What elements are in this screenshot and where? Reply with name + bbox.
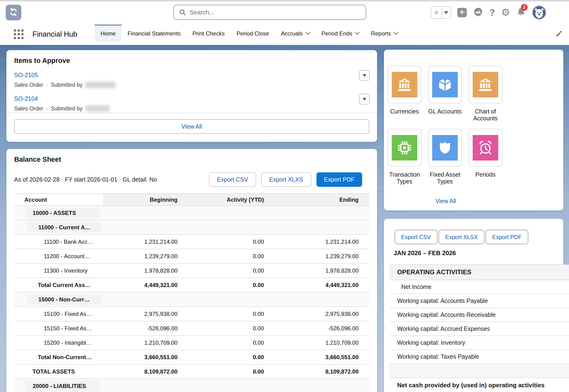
table-header-row: Account Beginning Activity (YTD) Ending [14, 194, 369, 206]
app-navigation-bar: Financial Hub Home Financial Statements … [0, 24, 569, 45]
export-pdf-button[interactable]: Export PDF [316, 172, 362, 187]
approval-item-meta: Sales Order · Submitted by [14, 105, 369, 112]
tile-fixed-asset-types[interactable]: Fixed Asset Types [428, 129, 462, 192]
export-xlxs-button[interactable]: Export XLXS [261, 172, 311, 187]
table-row[interactable]: Total Current Ass…4,449,321.000.004,449,… [14, 278, 369, 292]
table-row[interactable]: 10000 - ASSETS [14, 206, 369, 220]
nav-tabs: Home Financial Statements Print Checks P… [95, 24, 404, 41]
approval-item-meta: Sales Order · Submitted by [14, 82, 369, 88]
cash-flow-table: OPERATING ACTIVITIES Net Income Working … [389, 264, 569, 392]
redacted-submitter-name [85, 82, 116, 88]
tab-period-ends[interactable]: Period Ends [315, 24, 365, 41]
header-utility-icons: ★ ? ⚙ [431, 1, 546, 24]
tab-home[interactable]: Home [95, 24, 122, 41]
global-actions-button[interactable] [457, 8, 467, 17]
list-item[interactable]: Working capital: Inventory [389, 336, 569, 350]
column-header-ending[interactable]: Ending [275, 194, 369, 206]
list-item[interactable]: Net Income [389, 280, 569, 294]
items-to-approve-card: Items to Approve SO-2105 Sales Order · S… [6, 50, 377, 142]
list-item[interactable]: Working capital: Accounts Payable [389, 294, 569, 308]
star-icon[interactable]: ★ [431, 7, 441, 18]
row-actions-button[interactable] [359, 94, 370, 104]
balance-sheet-title: Balance Sheet [14, 155, 369, 163]
table-row[interactable]: 15000 - Non-Curr… [14, 292, 369, 307]
export-xlsx-button[interactable]: Export XLSX [439, 230, 484, 244]
setup-button[interactable]: ⚙ [501, 8, 510, 17]
table-row[interactable]: 11000 - Current A… [14, 220, 369, 235]
account-cell: 10000 - ASSETS [14, 206, 103, 220]
chevron-down-icon [305, 30, 310, 35]
quick-links-view-all[interactable]: View All [435, 198, 456, 204]
page-content: Items to Approve SO-2105 Sales Order · S… [0, 45, 569, 392]
export-csv-button[interactable]: Export CSV [209, 172, 256, 187]
list-item[interactable]: Working capital: Taxes Payable [389, 350, 569, 364]
tab-financial-statements[interactable]: Financial Statements [122, 24, 186, 41]
app-name: Financial Hub [32, 24, 77, 45]
account-cell: 15100 - Fixed As… [14, 307, 103, 321]
table-row[interactable]: 11300 - Inventory1,978,828.000.001,978,8… [14, 263, 369, 278]
app-launcher-icon[interactable] [14, 29, 24, 39]
plus-icon [459, 9, 465, 16]
table-row[interactable]: 20000 - LIABILITIES [14, 379, 369, 392]
table-row[interactable]: TOTAL ASSETS8,109,872.000.008,109,872.00 [14, 364, 369, 379]
account-cell: 11000 - Current A… [14, 220, 103, 235]
export-pdf-button[interactable]: Export PDF [486, 230, 528, 244]
search-input[interactable] [174, 5, 366, 20]
view-all-button[interactable]: View All [14, 119, 369, 134]
approval-record-link[interactable]: SO-2105 [14, 72, 38, 78]
column-header-account[interactable]: Account [14, 194, 103, 206]
approval-record-link[interactable]: SO-2104 [14, 95, 38, 102]
column-header-beginning[interactable]: Beginning [103, 194, 188, 206]
account-cell: 15200 - Intangibl… [14, 336, 103, 350]
account-cell: 11300 - Inventory [14, 263, 103, 278]
table-row[interactable]: Total Non-Current…3,660,551.000.003,660,… [14, 350, 369, 364]
search-icon [179, 9, 186, 16]
tab-reports[interactable]: Reports [365, 24, 404, 41]
approval-item: SO-2104 Sales Order · Submitted by [14, 95, 369, 112]
trailhead-button[interactable] [473, 7, 483, 18]
period-range-label: JAN 2026 – FEB 2026 [394, 250, 456, 257]
mountain-icon [473, 7, 483, 18]
table-row[interactable]: 15100 - Fixed As…2,975,938.000.002,975,9… [14, 307, 369, 321]
alarm-clock-icon [473, 135, 498, 161]
redacted-submitter-name [85, 105, 110, 112]
tile-periods[interactable]: Periods [469, 129, 502, 192]
balance-sheet-card: Balance Sheet As of 2026-02-28 · FY star… [6, 149, 377, 392]
avatar[interactable] [533, 6, 546, 19]
question-mark-icon: ? [490, 8, 495, 17]
export-csv-button[interactable]: Export CSV [395, 230, 437, 244]
account-cell: 15000 - Non-Curr… [14, 292, 103, 307]
table-row[interactable]: 15200 - Intangibl…1,210,709.000.001,210,… [14, 336, 369, 350]
global-search [174, 5, 366, 20]
list-item[interactable]: Working capital: Accrued Expenses [389, 322, 569, 336]
tile-chart-of-accounts[interactable]: Chart of Accounts [469, 66, 502, 129]
row-actions-button[interactable] [359, 70, 370, 81]
notifications-button[interactable]: 2 [516, 7, 526, 18]
tile-currencies[interactable]: Currencies [388, 66, 421, 129]
help-button[interactable]: ? [490, 8, 495, 17]
column-header-activity[interactable]: Activity (YTD) [188, 194, 275, 206]
quick-links-grid: Currencies GL Accounts Chart of Accounts [388, 66, 504, 192]
table-row[interactable]: 11100 - Bank Acc…1,231,214.000.001,231,2… [14, 235, 369, 249]
account-cell: 15150 - Fixed As… [14, 321, 103, 336]
notification-badge: 2 [521, 4, 528, 11]
tab-period-close[interactable]: Period Close [231, 24, 275, 41]
caret-down-icon [363, 98, 366, 100]
edit-page-button[interactable] [554, 29, 564, 39]
favorites-menu-button[interactable] [441, 7, 451, 18]
tab-accruals[interactable]: Accruals [275, 24, 315, 41]
favorites-button-group[interactable]: ★ [431, 6, 451, 19]
tile-gl-accounts[interactable]: GL Accounts [428, 66, 462, 129]
list-item[interactable]: Working capital: Accounts Receivable [389, 308, 569, 322]
tab-print-checks[interactable]: Print Checks [186, 24, 231, 41]
cash-flow-card: Export CSV Export XLSX Export PDF JAN 20… [384, 219, 563, 392]
app-logo[interactable] [6, 5, 21, 20]
quick-links-card: Currencies GL Accounts Chart of Accounts [384, 50, 563, 210]
table-row[interactable]: 11200 - Account…1,239,279.000.001,239,27… [14, 249, 369, 263]
tile-transaction-types[interactable]: Transaction Types [388, 129, 421, 192]
table-row[interactable]: 15150 - Fixed As…-526,096.000.00-526,096… [14, 321, 369, 336]
cube-icon [432, 72, 458, 98]
account-cell: 11200 - Account… [14, 249, 103, 263]
chevron-down-icon [355, 30, 360, 35]
balance-sheet-subtitle: As of 2026-02-28 · FY start 2026-01-01 ·… [14, 176, 157, 183]
